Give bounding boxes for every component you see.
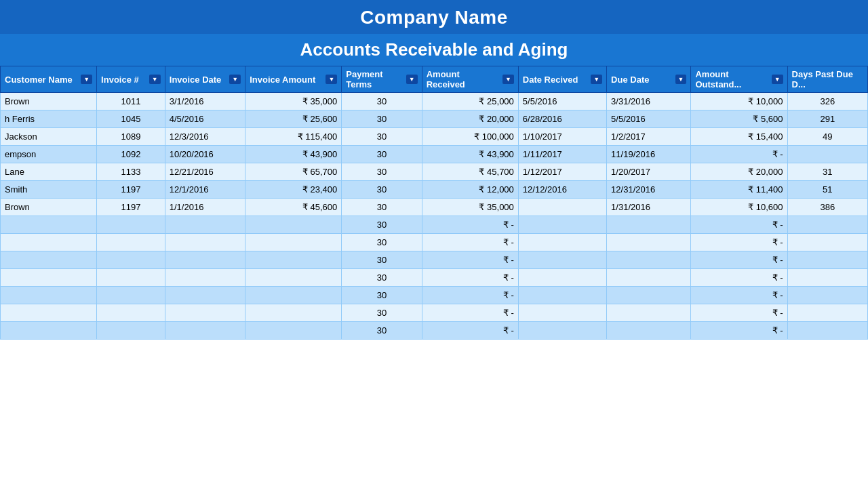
- payment-terms-dropdown[interactable]: ▼: [406, 75, 418, 84]
- cell-date_received: 1/11/2017: [518, 146, 606, 163]
- th-customer-name: Customer Name ▼: [1, 66, 97, 93]
- cell-amount_received: ₹ 100,000: [422, 128, 518, 146]
- table-row: 30₹ -₹ -: [1, 287, 868, 304]
- cell-amount_outstanding: ₹ -: [691, 304, 787, 322]
- cell-amount_outstanding: ₹ 15,400: [691, 128, 787, 146]
- cell-amount_received: ₹ 25,000: [422, 93, 518, 110]
- cell-payment_terms: 30: [342, 128, 422, 146]
- cell-amount_received: ₹ -: [422, 269, 518, 287]
- cell-invoice_num: [97, 251, 165, 269]
- cell-due_date: [607, 251, 691, 269]
- cell-invoice_date: 4/5/2016: [165, 110, 245, 128]
- cell-invoice_num: [97, 304, 165, 322]
- cell-amount_outstanding: ₹ -: [691, 322, 787, 340]
- cell-due_date: 12/31/2016: [607, 181, 691, 199]
- cell-date_received: [518, 269, 606, 287]
- cell-invoice_amount: [245, 234, 342, 251]
- cell-days_past_due: [787, 216, 867, 234]
- cell-days_past_due: [787, 251, 867, 269]
- cell-payment_terms: 30: [342, 110, 422, 128]
- th-invoice-amount: Invoice Amount ▼: [245, 66, 342, 93]
- cell-payment_terms: 30: [342, 304, 422, 322]
- th-date-received: Date Recived ▼: [518, 66, 606, 93]
- cell-invoice_date: 10/20/2016: [165, 146, 245, 163]
- table-row: 30₹ -₹ -: [1, 269, 868, 287]
- header-company: Company Name: [0, 0, 868, 34]
- table-row: 30₹ -₹ -: [1, 216, 868, 234]
- cell-days_past_due: [787, 304, 867, 322]
- cell-days_past_due: 51: [787, 181, 867, 199]
- cell-invoice_date: [165, 269, 245, 287]
- cell-invoice_num: 1011: [97, 93, 165, 110]
- due-date-dropdown[interactable]: ▼: [675, 75, 687, 84]
- cell-amount_outstanding: ₹ -: [691, 251, 787, 269]
- cell-customer_name: h Ferris: [1, 110, 97, 128]
- customer-name-dropdown[interactable]: ▼: [81, 75, 92, 84]
- cell-customer_name: Jackson: [1, 128, 97, 146]
- th-days-past-due: Days Past Due D...: [787, 66, 867, 93]
- th-amount-outstanding: Amount Outstand... ▼: [691, 66, 787, 93]
- cell-customer_name: Smith: [1, 181, 97, 199]
- cell-customer_name: [1, 251, 97, 269]
- cell-date_received: [518, 322, 606, 340]
- amount-received-dropdown[interactable]: ▼: [502, 75, 514, 84]
- cell-amount_received: ₹ -: [422, 287, 518, 304]
- cell-amount_outstanding: ₹ 20,000: [691, 163, 787, 181]
- cell-days_past_due: [787, 146, 867, 163]
- cell-due_date: [607, 216, 691, 234]
- cell-invoice_num: 1092: [97, 146, 165, 163]
- table-row: 30₹ -₹ -: [1, 304, 868, 322]
- cell-amount_outstanding: ₹ 10,000: [691, 93, 787, 110]
- th-invoice-num: Invoice # ▼: [97, 66, 165, 93]
- cell-invoice_date: [165, 251, 245, 269]
- cell-due_date: 5/5/2016: [607, 110, 691, 128]
- cell-invoice_date: [165, 287, 245, 304]
- invoice-num-dropdown[interactable]: ▼: [149, 75, 161, 84]
- cell-amount_received: ₹ 35,000: [422, 199, 518, 216]
- table-row: Smith119712/1/2016₹ 23,40030₹ 12,00012/1…: [1, 181, 868, 199]
- accounts-table: Customer Name ▼ Invoice # ▼ Invoice Date…: [0, 66, 868, 340]
- table-row: Lane113312/21/2016₹ 65,70030₹ 45,7001/12…: [1, 163, 868, 181]
- cell-invoice_date: 12/21/2016: [165, 163, 245, 181]
- cell-customer_name: Brown: [1, 199, 97, 216]
- invoice-amount-dropdown[interactable]: ▼: [326, 75, 337, 84]
- cell-amount_outstanding: ₹ -: [691, 216, 787, 234]
- cell-invoice_amount: [245, 269, 342, 287]
- cell-due_date: 1/20/2017: [607, 163, 691, 181]
- cell-invoice_num: 1045: [97, 110, 165, 128]
- cell-days_past_due: [787, 234, 867, 251]
- cell-invoice_num: [97, 216, 165, 234]
- cell-date_received: [518, 199, 606, 216]
- th-invoice-date: Invoice Date ▼: [165, 66, 245, 93]
- cell-amount_outstanding: ₹ -: [691, 287, 787, 304]
- cell-invoice_amount: ₹ 43,900: [245, 146, 342, 163]
- cell-date_received: 5/5/2016: [518, 93, 606, 110]
- cell-due_date: [607, 269, 691, 287]
- cell-invoice_amount: [245, 304, 342, 322]
- cell-invoice_amount: ₹ 65,700: [245, 163, 342, 181]
- cell-amount_received: ₹ -: [422, 251, 518, 269]
- cell-invoice_date: [165, 322, 245, 340]
- th-due-date: Due Date ▼: [607, 66, 691, 93]
- table-row: Brown10113/1/2016₹ 35,00030₹ 25,0005/5/2…: [1, 93, 868, 110]
- amount-outstanding-dropdown[interactable]: ▼: [772, 75, 783, 84]
- date-received-dropdown[interactable]: ▼: [591, 75, 602, 84]
- cell-invoice_num: 1197: [97, 199, 165, 216]
- invoice-date-dropdown[interactable]: ▼: [229, 75, 241, 84]
- cell-invoice_date: 12/1/2016: [165, 181, 245, 199]
- cell-date_received: [518, 251, 606, 269]
- cell-amount_outstanding: ₹ 5,600: [691, 110, 787, 128]
- cell-invoice_num: [97, 322, 165, 340]
- cell-date_received: [518, 216, 606, 234]
- cell-amount_outstanding: ₹ -: [691, 146, 787, 163]
- cell-invoice_amount: [245, 251, 342, 269]
- cell-days_past_due: 386: [787, 199, 867, 216]
- cell-due_date: [607, 287, 691, 304]
- table-row: h Ferris10454/5/2016₹ 25,60030₹ 20,0006/…: [1, 110, 868, 128]
- cell-date_received: 6/28/2016: [518, 110, 606, 128]
- cell-amount_outstanding: ₹ -: [691, 269, 787, 287]
- cell-due_date: [607, 304, 691, 322]
- cell-invoice_amount: ₹ 115,400: [245, 128, 342, 146]
- cell-customer_name: [1, 269, 97, 287]
- cell-invoice_amount: [245, 322, 342, 340]
